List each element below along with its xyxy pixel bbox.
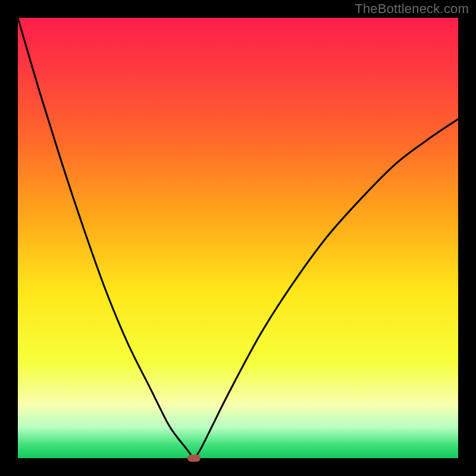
chart-frame: TheBottleneck.com (0, 0, 476, 476)
watermark-text: TheBottleneck.com (355, 1, 469, 17)
bottleneck-chart (18, 18, 458, 458)
plot-area (18, 18, 458, 458)
gradient-background (18, 18, 458, 458)
bottleneck-marker (187, 455, 201, 462)
